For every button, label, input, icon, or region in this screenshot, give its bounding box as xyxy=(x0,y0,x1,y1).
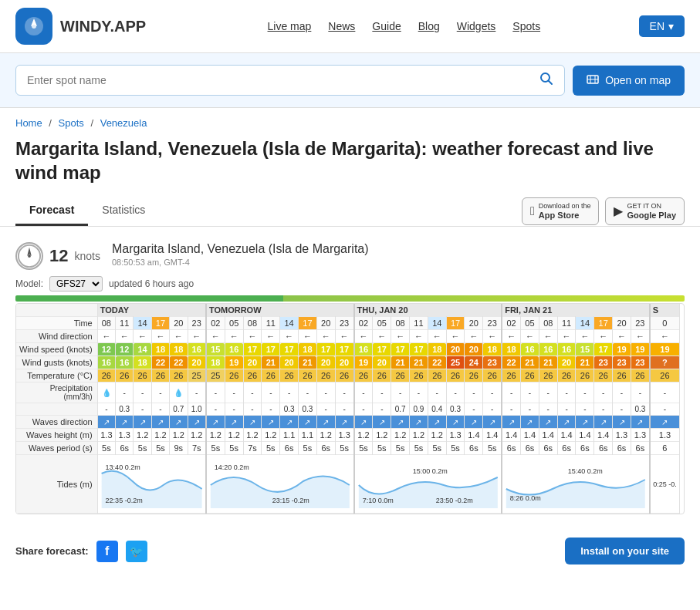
wind-time: 08:50:53 am, GMT-4 xyxy=(112,258,369,267)
share-area: Share forecast: f 🐦 xyxy=(15,541,147,562)
temp-label: Temperature (°C) xyxy=(16,369,97,383)
wind-speed-value: 12 xyxy=(49,246,68,266)
wind-dir-label: Wind direction xyxy=(16,330,97,343)
precipitation-values-row: -0.3--0.71.0 ----0.30.3-- --0.70.90.40.3… xyxy=(16,403,680,416)
svg-text:23:15 -0.2m: 23:15 -0.2m xyxy=(272,497,309,504)
temperature-row: Temperature (°C) 262626262625 2526262626… xyxy=(16,369,680,383)
app-badges:  Download on the App Store ▶ GET IT ON … xyxy=(522,197,685,225)
svg-point-1 xyxy=(32,24,36,29)
nav-news[interactable]: News xyxy=(328,20,355,32)
wind-compass xyxy=(15,242,43,270)
svg-text:7:10 0.0m: 7:10 0.0m xyxy=(362,497,393,504)
wind-gusts-row: Wind gusts (knots) 161618222220 18192021… xyxy=(16,356,680,369)
nav-blog[interactable]: Blog xyxy=(418,20,440,32)
wind-direction-row: Wind direction ←←←←←← ←←←←←←←← ←←←←←←←← … xyxy=(16,330,680,343)
svg-text:15:00 0.2m: 15:00 0.2m xyxy=(412,467,447,475)
forecast-table: TODAY TOMORROW THU, JAN 20 FRI, JAN 21 S… xyxy=(16,304,680,514)
waves-dir-label: Waves direction xyxy=(16,416,97,429)
day-today: TODAY xyxy=(97,304,206,317)
svg-text:15:40 0.2m: 15:40 0.2m xyxy=(568,467,603,475)
apple-icon:  xyxy=(530,204,535,218)
twitter-share-button[interactable]: 🐦 xyxy=(126,541,147,562)
svg-text:8:26 0.0m: 8:26 0.0m xyxy=(510,494,541,502)
breadcrumb-region[interactable]: Venezuela xyxy=(100,117,147,129)
social-icons: f 🐦 xyxy=(96,541,147,562)
nav-widgets[interactable]: Widgets xyxy=(457,20,496,32)
wind-unit: knots xyxy=(74,250,100,262)
chevron-down-icon: ▾ xyxy=(668,20,674,32)
forecast-table-wrapper: TODAY TOMORROW THU, JAN 20 FRI, JAN 21 S… xyxy=(15,303,685,514)
tides-s: 0:25 -0. xyxy=(650,455,680,514)
model-label: Model: xyxy=(15,278,43,289)
breadcrumb-home[interactable]: Home xyxy=(15,117,42,129)
share-label: Share forecast: xyxy=(15,545,89,557)
google-play-badge[interactable]: ▶ GET IT ON Google Play xyxy=(605,197,685,225)
wind-location-info: Margarita Island, Venezuela (Isla de Mar… xyxy=(112,242,369,267)
day-fri: FRI, JAN 21 xyxy=(502,304,650,317)
svg-text:14:20 0.2m: 14:20 0.2m xyxy=(215,463,249,471)
logo-text: WINDY.APP xyxy=(60,18,146,35)
waves-period-row: Waves period (s) 5s6s5s5s9s7s 5s5s7s5s6s… xyxy=(16,442,680,455)
svg-point-6 xyxy=(28,254,31,258)
install-site-button[interactable]: Install on your site xyxy=(565,538,685,565)
empty-label xyxy=(16,304,97,317)
tides-label: Tides (m) xyxy=(16,455,97,514)
wind-speed-row: Wind speed (knots) 121214181816 15161717… xyxy=(16,343,680,356)
day-tomorrow: TOMORROW xyxy=(206,304,354,317)
tides-thu: 7:10 0.0m 15:00 0.2m 23:50 -0.2m xyxy=(354,455,502,514)
waves-period-label: Waves period (s) xyxy=(16,442,97,455)
tides-today: 13:40 0.2m 22:35 -0.2m xyxy=(97,455,206,514)
nav-spots[interactable]: Spots xyxy=(512,20,540,32)
open-map-button[interactable]: Open on map xyxy=(573,66,685,96)
search-box xyxy=(15,65,565,96)
search-input[interactable] xyxy=(27,74,532,86)
timeline-bar xyxy=(15,295,685,302)
tides-fri: 8:26 0.0m 15:40 0.2m xyxy=(502,455,650,514)
search-section: Open on map xyxy=(0,53,700,108)
forecast-section: 12 knots Margarita Island, Venezuela (Is… xyxy=(0,234,700,522)
time-row: Time 081114172023 0205081114172023 02050… xyxy=(16,317,680,330)
svg-text:13:40 0.2m: 13:40 0.2m xyxy=(105,463,140,471)
wind-gusts-label: Wind gusts (knots) xyxy=(16,356,97,369)
current-wind: 12 knots Margarita Island, Venezuela (Is… xyxy=(15,242,685,270)
tab-forecast[interactable]: Forecast xyxy=(15,196,88,226)
waves-height-label: Waves height (m) xyxy=(16,429,97,442)
model-select[interactable]: GFS27 xyxy=(49,276,103,292)
logo-icon xyxy=(15,8,52,45)
main-nav: Live map News Guide Blog Widgets Spots xyxy=(169,20,638,32)
day-header-row: TODAY TOMORROW THU, JAN 20 FRI, JAN 21 S xyxy=(16,304,680,317)
logo-area: WINDY.APP xyxy=(15,8,146,45)
search-icon xyxy=(539,72,553,89)
nav-live-map[interactable]: Live map xyxy=(268,20,312,32)
updated-text: updated 6 hours ago xyxy=(109,278,194,289)
tab-statistics[interactable]: Statistics xyxy=(88,196,159,226)
share-section: Share forecast: f 🐦 Install on your site xyxy=(0,522,700,580)
wind-speed-label: Wind speed (knots) xyxy=(16,343,97,356)
precip-val-label xyxy=(16,403,97,416)
model-row: Model: GFS27 updated 6 hours ago xyxy=(15,276,685,292)
tides-tomorrow: 14:20 0.2m 23:15 -0.2m xyxy=(206,455,354,514)
waves-height-row: Waves height (m) 1.31.31.21.21.21.2 1.21… xyxy=(16,429,680,442)
svg-text:23:50 -0.2m: 23:50 -0.2m xyxy=(435,497,472,504)
wind-location-text: Margarita Island, Venezuela (Isla de Mar… xyxy=(112,242,369,256)
waves-direction-row: Waves direction ↗↗↗↗↗↗ ↗↗↗↗↗↗↗↗ ↗↗↗↗↗↗↗↗… xyxy=(16,416,680,429)
tides-row: Tides (m) 13:40 0.2m 22:35 -0.2m 14:20 0… xyxy=(16,455,680,514)
day-s: S xyxy=(650,304,680,317)
google-play-icon: ▶ xyxy=(614,204,623,218)
tabs-section: Forecast Statistics  Download on the Ap… xyxy=(0,196,700,227)
tab-group: Forecast Statistics xyxy=(15,196,159,226)
header: WINDY.APP Live map News Guide Blog Widge… xyxy=(0,0,700,53)
page-title: Margarita Island, Venezuela (Isla de Mar… xyxy=(0,133,700,196)
facebook-share-button[interactable]: f xyxy=(96,541,118,562)
breadcrumb-spots[interactable]: Spots xyxy=(59,117,84,129)
precip-label: Precipitation(mm/3h) xyxy=(16,383,97,403)
app-store-badge[interactable]:  Download on the App Store xyxy=(522,197,599,225)
language-button[interactable]: EN ▾ xyxy=(639,15,685,37)
nav-guide[interactable]: Guide xyxy=(372,20,401,32)
map-icon xyxy=(587,73,599,88)
precipitation-row: Precipitation(mm/3h) 💧---💧- -------- ---… xyxy=(16,383,680,403)
svg-line-3 xyxy=(549,81,553,85)
svg-text:22:35 -0.2m: 22:35 -0.2m xyxy=(105,497,142,504)
breadcrumb: Home / Spots / Venezuela xyxy=(0,108,700,133)
day-thu: THU, JAN 20 xyxy=(354,304,502,317)
